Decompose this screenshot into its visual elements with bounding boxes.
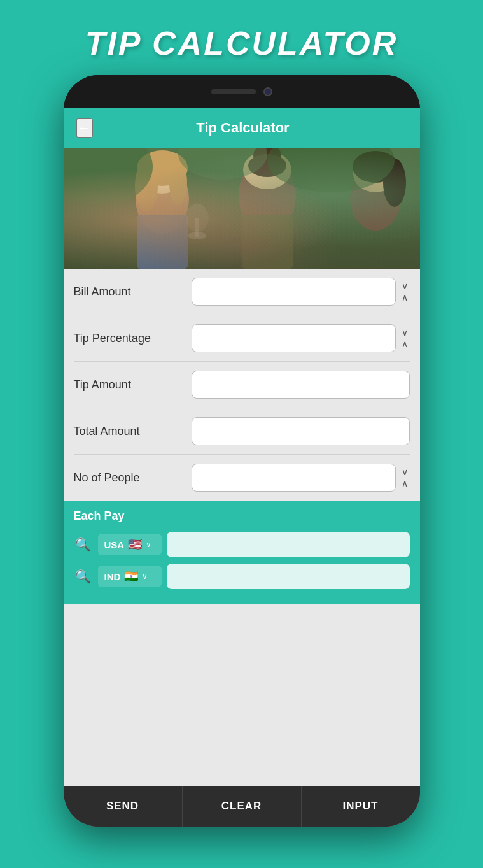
svg-rect-7 [137,215,188,269]
camera [263,87,272,96]
tip-percentage-up[interactable]: ∧ [400,339,410,349]
no-of-people-stepper: ∨ ∧ [400,467,410,488]
tip-amount-label: Tip Amount [74,378,192,392]
total-amount-row: Total Amount [74,408,410,455]
ind-search-icon[interactable]: 🔍 [74,569,93,584]
total-amount-input-wrapper [192,417,410,445]
tip-percentage-label: Tip Percentage [74,332,192,345]
app-bar-title: Tip Calculator [103,120,383,136]
total-amount-label: Total Amount [74,425,192,438]
tip-amount-input[interactable] [192,371,410,399]
usd-currency-selector[interactable]: USA 🇺🇸 ∨ [98,534,162,555]
tip-percentage-row: Tip Percentage ∨ ∧ [74,315,410,362]
svg-point-13 [350,167,401,231]
no-of-people-row: No of People ∨ ∧ [74,455,410,501]
bill-amount-input[interactable] [192,278,396,306]
app-bar: ← Tip Calculator [64,108,420,148]
bottom-buttons: SEND CLEAR INPUT [64,786,420,827]
svg-point-18 [267,148,395,192]
svg-rect-21 [195,218,199,237]
svg-rect-12 [242,215,293,269]
tip-percentage-input[interactable] [192,324,396,352]
tip-amount-input-wrapper [192,371,410,399]
svg-point-11 [248,154,286,177]
svg-point-6 [169,160,187,205]
phone-frame: ← Tip Calculator [64,75,420,827]
bill-amount-up[interactable]: ∧ [400,292,410,302]
clear-button[interactable]: CLEAR [183,786,302,827]
tip-percentage-input-wrapper: ∨ ∧ [192,324,410,352]
usd-search-icon[interactable]: 🔍 [74,537,93,552]
bill-amount-down[interactable]: ∨ [400,281,410,291]
ind-currency-selector[interactable]: IND 🇮🇳 ∨ [98,566,162,587]
svg-point-19 [178,148,267,180]
usd-amount-input[interactable] [167,532,410,557]
each-pay-section: Each Pay 🔍 USA 🇺🇸 ∨ 🔍 IND [64,501,420,604]
usd-flag: 🇺🇸 [128,537,142,551]
svg-point-16 [383,159,406,207]
back-button[interactable]: ← [76,118,93,138]
notch [178,80,305,103]
tip-amount-row: Tip Amount [74,362,410,408]
no-of-people-input[interactable] [192,464,396,492]
hero-svg [64,148,420,269]
tip-percentage-stepper: ∨ ∧ [400,327,410,349]
tip-percentage-down[interactable]: ∨ [400,327,410,338]
svg-point-2 [136,164,189,234]
svg-point-17 [64,148,153,205]
each-pay-title: Each Pay [74,509,410,523]
phone-screen: ← Tip Calculator [64,108,420,827]
svg-point-10 [253,148,281,167]
svg-rect-1 [64,148,420,269]
ind-chevron-icon: ∨ [142,572,148,581]
input-button[interactable]: INPUT [302,786,420,827]
bill-amount-label: Bill Amount [74,285,192,299]
ind-flag: 🇮🇳 [124,569,138,583]
svg-point-20 [188,232,206,239]
page-title: TIP CALCULATOR [85,24,398,62]
no-of-people-input-wrapper: ∨ ∧ [192,464,410,492]
svg-point-4 [137,150,188,186]
usd-chevron-icon: ∨ [146,540,151,549]
ind-amount-input[interactable] [167,564,410,589]
ind-code: IND [104,571,121,582]
svg-point-5 [135,160,158,211]
send-button[interactable]: SEND [64,786,183,827]
svg-point-14 [353,157,398,192]
svg-rect-0 [64,148,420,269]
speaker [211,89,256,94]
svg-point-9 [243,151,291,189]
bill-amount-input-wrapper: ∨ ∧ [192,278,410,306]
hero-image [64,148,420,269]
bill-amount-stepper: ∨ ∧ [400,281,410,302]
form-section: Bill Amount ∨ ∧ Tip Percentage [64,269,420,501]
svg-point-8 [239,159,296,232]
usd-code: USA [104,539,125,550]
form-area: Bill Amount ∨ ∧ Tip Percentage [64,269,420,786]
no-of-people-down[interactable]: ∨ [400,467,410,477]
total-amount-input[interactable] [192,417,410,445]
svg-point-3 [138,153,186,194]
bill-amount-row: Bill Amount ∨ ∧ [74,269,410,315]
phone-notch [64,75,420,108]
no-of-people-up[interactable]: ∧ [400,478,410,488]
usd-currency-row: 🔍 USA 🇺🇸 ∨ [74,532,410,557]
svg-point-22 [186,204,209,232]
svg-point-15 [353,151,398,183]
no-of-people-label: No of People [74,471,192,485]
ind-currency-row: 🔍 IND 🇮🇳 ∨ [74,564,410,589]
